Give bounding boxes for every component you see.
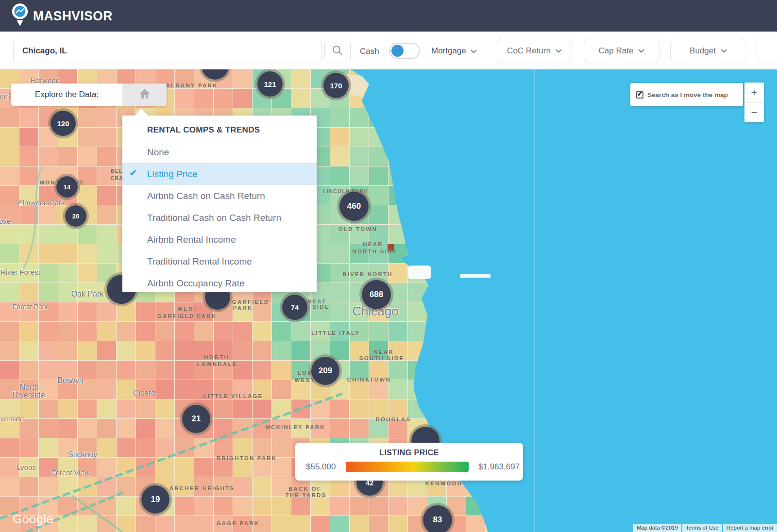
menu-item-listing-price[interactable]: ✔Listing Price: [122, 163, 317, 185]
chevron-down-icon: [471, 46, 477, 56]
map-cluster-marker[interactable]: 19: [141, 485, 169, 514]
check-icon: ✔: [129, 167, 137, 179]
chevron-down-icon: [638, 49, 644, 53]
attribution-link[interactable]: Map data ©2019: [633, 524, 681, 532]
rental-comps-dropdown: RENTAL COMPS & TRENDS None✔Listing Price…: [122, 116, 317, 292]
map-cluster-marker[interactable]: 14: [56, 176, 78, 198]
search-icon: [332, 45, 343, 58]
dropdown-caret: [135, 109, 148, 116]
toggle-knob: [391, 45, 404, 57]
map-cluster-marker[interactable]: 209: [311, 357, 339, 385]
attribution-link[interactable]: Report a map error: [723, 524, 777, 532]
explore-the-data-label: Explore the Data:: [11, 83, 122, 106]
menu-item-airbnb-rental-income[interactable]: Airbnb Rental Income: [122, 229, 317, 250]
menu-item-none[interactable]: None: [122, 141, 317, 163]
red-landmark: [388, 244, 394, 251]
legend-max-value: $1,963,697: [478, 462, 520, 472]
map-cluster-marker[interactable]: 460: [339, 192, 369, 221]
breakwater: [460, 274, 490, 278]
legend-title: LISTING PRICE: [295, 449, 523, 457]
filter-button-nei[interactable]: Nei: [757, 39, 777, 63]
home-layer-button[interactable]: [122, 83, 167, 106]
filter-button-coc-return[interactable]: CoC Return: [497, 39, 572, 63]
location-search-input[interactable]: [13, 39, 321, 63]
menu-item-airbnb-occupancy-rate[interactable]: Airbnb Occupancy Rate: [122, 272, 317, 294]
map-cluster-marker[interactable]: 83: [423, 505, 452, 532]
search-as-move-control[interactable]: ✔ Search as I move the map: [630, 83, 743, 106]
navy-pier: [408, 266, 431, 279]
dropdown-title: RENTAL COMPS & TRENDS: [122, 116, 317, 135]
zoom-out-button[interactable]: −: [744, 102, 764, 122]
map-attribution: Map data ©2019Terms of UseReport a map e…: [633, 524, 777, 532]
explore-the-data-control: Explore the Data:: [11, 83, 167, 106]
legend-gradient-bar: [346, 462, 469, 472]
chevron-down-icon: [721, 49, 727, 53]
cash-label: Cash: [360, 47, 379, 56]
map-cluster-marker[interactable]: 74: [282, 295, 307, 320]
menu-item-traditional-rental-income[interactable]: Traditional Rental Income: [122, 250, 317, 272]
mashvisor-app: MASHVISOR Cash Mortgage CoC ReturnCap Ra…: [0, 0, 777, 532]
legend-min-value: $55,000: [306, 462, 336, 472]
map-cluster-marker[interactable]: 170: [323, 73, 349, 98]
mashvisor-pin-icon: [11, 2, 29, 30]
map-cluster-marker[interactable]: 20: [65, 205, 86, 227]
zoom-in-button[interactable]: +: [744, 83, 764, 102]
mashvisor-logo[interactable]: MASHVISOR: [11, 2, 118, 30]
top-navbar: MASHVISOR: [0, 0, 777, 32]
map-zoom-control: + −: [744, 83, 764, 122]
attribution-link[interactable]: Terms of Use: [682, 524, 722, 532]
map-cluster-marker[interactable]: 21: [182, 405, 210, 433]
search-as-move-checkbox[interactable]: ✔: [636, 91, 643, 99]
map-canvas[interactable]: HarwoodALBANY PARKorriMONTCLAREBELMONTCR…: [0, 69, 777, 532]
filter-button-budget[interactable]: Budget: [670, 39, 746, 63]
map-cluster-marker[interactable]: 120: [51, 111, 76, 136]
listing-price-legend: LISTING PRICE $55,000 $1,963,697: [295, 443, 523, 481]
mortgage-label: Mortgage: [431, 46, 466, 56]
brand-name: MASHVISOR: [33, 8, 113, 24]
search-button[interactable]: [324, 39, 351, 63]
mortgage-dropdown[interactable]: Mortgage: [431, 46, 477, 56]
filter-toolbar: Cash Mortgage CoC ReturnCap RateBudgetNe…: [0, 32, 777, 69]
filter-button-cap-rate[interactable]: Cap Rate: [584, 39, 659, 63]
google-logo[interactable]: Google: [13, 512, 53, 526]
home-icon: [138, 88, 151, 101]
cash-mortgage-toggle[interactable]: [389, 43, 420, 59]
chevron-down-icon: [556, 49, 562, 53]
search-as-move-label: Search as I move the map: [647, 91, 728, 99]
map-cluster-marker[interactable]: 688: [362, 280, 391, 309]
menu-item-airbnb-cash-on-cash-return[interactable]: Airbnb Cash on Cash Return: [122, 185, 317, 207]
map-cluster-marker[interactable]: 121: [257, 71, 283, 97]
menu-item-traditional-cash-on-cash-return[interactable]: Traditional Cash on Cash Return: [122, 207, 317, 229]
